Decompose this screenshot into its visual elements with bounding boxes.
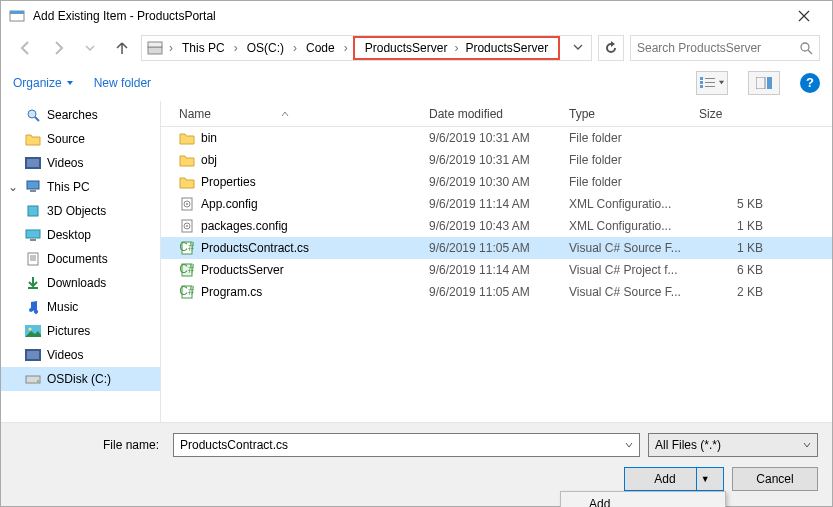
col-name[interactable]: Name	[161, 101, 421, 126]
refresh-button[interactable]	[598, 35, 624, 61]
add-dropdown-menu: Add Add As Link	[560, 491, 726, 507]
tree-item[interactable]: Desktop	[1, 223, 160, 247]
tree-item[interactable]: Videos	[1, 151, 160, 175]
svg-rect-9	[705, 82, 715, 83]
col-type[interactable]: Type	[561, 101, 691, 126]
file-row[interactable]: bin9/6/2019 10:31 AMFile folder	[161, 127, 832, 149]
chevron-right-icon: ›	[341, 41, 351, 55]
recent-dropdown[interactable]	[77, 35, 103, 61]
csproj-icon: C#	[179, 262, 195, 278]
svg-rect-15	[27, 159, 39, 167]
svg-rect-17	[30, 190, 36, 192]
file-row[interactable]: obj9/6/2019 10:31 AMFile folder	[161, 149, 832, 171]
chevron-right-icon: ›	[451, 41, 461, 55]
file-row[interactable]: C#ProductsContract.cs9/6/2019 11:05 AMVi…	[161, 237, 832, 259]
col-date[interactable]: Date modified	[421, 101, 561, 126]
svg-rect-2	[148, 47, 162, 54]
new-folder-button[interactable]: New folder	[94, 76, 151, 90]
add-button[interactable]: Add ▼	[624, 467, 724, 491]
folder-tree[interactable]: SearchesSourceVideos ⌄ This PC 3D Object…	[1, 101, 161, 422]
svg-rect-10	[705, 86, 715, 87]
file-row[interactable]: Properties9/6/2019 10:30 AMFile folder	[161, 171, 832, 193]
help-button[interactable]: ?	[800, 73, 820, 93]
file-row[interactable]: App.config9/6/2019 11:14 AMXML Configura…	[161, 193, 832, 215]
svg-rect-19	[26, 230, 40, 238]
collapse-icon[interactable]: ⌄	[7, 180, 19, 194]
cs-icon: C#	[179, 284, 195, 300]
svg-point-24	[29, 328, 32, 331]
col-size[interactable]: Size	[691, 101, 771, 126]
svg-rect-21	[28, 253, 38, 265]
chevron-down-icon[interactable]	[625, 441, 633, 449]
file-row[interactable]: C#Program.cs9/6/2019 11:05 AMVisual C# S…	[161, 281, 832, 303]
filename-label: File name:	[15, 438, 165, 452]
add-dropdown-toggle[interactable]: ▼	[696, 468, 714, 490]
breadcrumb-thispc[interactable]: This PC	[178, 39, 229, 57]
svg-rect-1	[10, 11, 24, 14]
back-button[interactable]	[13, 35, 39, 61]
svg-rect-16	[27, 181, 39, 189]
column-headers[interactable]: Name Date modified Type Size	[161, 101, 832, 127]
breadcrumb-os[interactable]: OS(C:)	[243, 39, 288, 57]
chevron-down-icon	[803, 441, 811, 449]
chevron-right-icon: ›	[231, 41, 241, 55]
tree-item[interactable]: OSDisk (C:)	[1, 367, 160, 391]
search-placeholder: Search ProductsServer	[637, 41, 799, 55]
svg-rect-22	[28, 287, 38, 289]
pc-icon	[25, 179, 41, 195]
forward-button[interactable]	[45, 35, 71, 61]
svg-point-34	[186, 225, 188, 227]
svg-text:C#: C#	[180, 285, 194, 298]
tree-item[interactable]: Downloads	[1, 271, 160, 295]
tree-item[interactable]: Music	[1, 295, 160, 319]
svg-rect-8	[705, 78, 715, 79]
svg-text:C#: C#	[180, 241, 194, 254]
desktop-icon	[25, 227, 41, 243]
folder-icon	[25, 131, 41, 147]
tree-item[interactable]: Videos	[1, 343, 160, 367]
close-button[interactable]	[784, 2, 824, 30]
tree-item[interactable]: Documents	[1, 247, 160, 271]
documents-icon	[25, 251, 41, 267]
breadcrumb-dropdown[interactable]	[569, 41, 587, 55]
breadcrumb-ps1[interactable]: ProductsServer	[361, 39, 452, 57]
search-input[interactable]: Search ProductsServer	[630, 35, 820, 61]
svg-rect-5	[700, 77, 703, 80]
folder-icon	[179, 174, 195, 190]
breadcrumb-code[interactable]: Code	[302, 39, 339, 57]
downloads-icon	[25, 275, 41, 291]
svg-point-4	[801, 43, 809, 51]
search-icon	[25, 107, 41, 123]
tree-item[interactable]: Searches	[1, 103, 160, 127]
tree-item[interactable]: Source	[1, 127, 160, 151]
dropdown-add[interactable]: Add	[561, 492, 725, 507]
breadcrumb-ps2[interactable]: ProductsServer	[461, 39, 552, 57]
file-list[interactable]: bin9/6/2019 10:31 AMFile folderobj9/6/20…	[161, 127, 832, 422]
tree-thispc[interactable]: ⌄ This PC	[1, 175, 160, 199]
file-row[interactable]: C#ProductsServer9/6/2019 11:14 AMVisual …	[161, 259, 832, 281]
tree-item[interactable]: Pictures	[1, 319, 160, 343]
folder-icon	[179, 130, 195, 146]
view-mode-button[interactable]	[696, 71, 728, 95]
preview-pane-button[interactable]	[748, 71, 780, 95]
file-row[interactable]: packages.config9/6/2019 10:43 AMXML Conf…	[161, 215, 832, 237]
videos-icon	[25, 347, 41, 363]
up-button[interactable]	[109, 35, 135, 61]
svg-text:C#: C#	[180, 263, 194, 276]
organize-menu[interactable]: Organize	[13, 76, 74, 90]
tree-item[interactable]: 3D Objects	[1, 199, 160, 223]
music-icon	[25, 299, 41, 315]
window-title: Add Existing Item - ProductsPortal	[33, 9, 784, 23]
cancel-button[interactable]: Cancel	[732, 467, 818, 491]
svg-rect-11	[756, 77, 765, 89]
svg-rect-3	[148, 42, 162, 47]
breadcrumb[interactable]: › This PC › OS(C:) › Code › ProductsServ…	[141, 35, 592, 61]
3d-icon	[25, 203, 41, 219]
svg-point-31	[186, 203, 188, 205]
svg-rect-12	[767, 77, 772, 89]
svg-point-13	[28, 110, 36, 118]
drive-icon	[25, 371, 41, 387]
videos-icon	[25, 155, 41, 171]
filename-input[interactable]: ProductsContract.cs	[173, 433, 640, 457]
file-filter-select[interactable]: All Files (*.*)	[648, 433, 818, 457]
